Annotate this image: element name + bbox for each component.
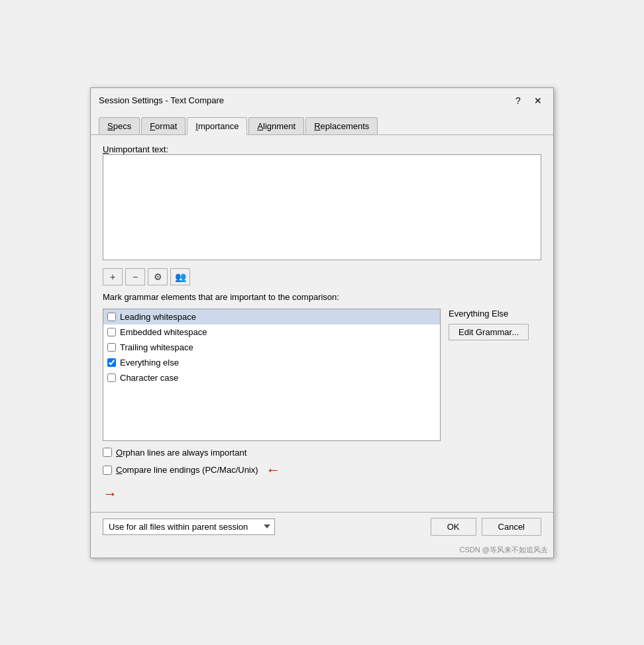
compare-line-endings-label: Compare line endings (PC/Mac/Unix) bbox=[116, 465, 258, 475]
leading-ws-label: Leading whitespace bbox=[120, 312, 196, 322]
cancel-button[interactable]: Cancel bbox=[482, 518, 541, 536]
dialog-title: Session Settings - Text Compare bbox=[99, 95, 224, 105]
orphan-lines-row: Orphan lines are always important bbox=[103, 448, 541, 458]
grammar-description: Mark grammar elements that are important… bbox=[103, 292, 541, 302]
session-settings-dialog: Session Settings - Text Compare ? ✕ Spec… bbox=[90, 87, 554, 558]
grammar-section: Leading whitespace Embedded whitespace T… bbox=[103, 309, 541, 441]
trailing-ws-label: Trailing whitespace bbox=[120, 342, 193, 352]
everything-else-section-label: Everything Else bbox=[449, 309, 508, 319]
tab-specs[interactable]: Specs bbox=[99, 117, 140, 134]
title-bar-left: Session Settings - Text Compare bbox=[99, 95, 224, 105]
compare-line-endings-row: Compare line endings (PC/Mac/Unix) bbox=[103, 465, 258, 475]
compare-line-endings-container: Compare line endings (PC/Mac/Unix) ← bbox=[103, 462, 541, 479]
settings-button[interactable]: ⚙ bbox=[148, 268, 168, 285]
ok-button[interactable]: OK bbox=[431, 518, 476, 536]
char-case-label: Character case bbox=[120, 373, 178, 383]
add-button[interactable]: + bbox=[103, 268, 123, 285]
close-button[interactable]: ✕ bbox=[531, 93, 545, 108]
tab-replacements[interactable]: Replacements bbox=[305, 117, 378, 134]
tab-format[interactable]: Format bbox=[141, 117, 186, 134]
everything-else-checkbox[interactable] bbox=[107, 358, 116, 367]
red-arrow-bottom-icon: → bbox=[103, 485, 117, 503]
gear-icon: ⚙ bbox=[154, 272, 162, 282]
orphan-lines-label: Orphan lines are always important bbox=[116, 448, 246, 458]
main-content: Unimportant text: + − ⚙ 👥 Mark grammar e… bbox=[91, 135, 553, 512]
orphan-lines-checkbox[interactable] bbox=[103, 448, 112, 457]
trailing-ws-checkbox[interactable] bbox=[107, 343, 116, 352]
tab-bar: Specs Format Importance Alignment Replac… bbox=[91, 113, 553, 135]
tab-alignment-label: Alignment bbox=[257, 121, 295, 131]
people-button[interactable]: 👥 bbox=[170, 268, 190, 285]
tab-specs-label: Specs bbox=[107, 121, 131, 131]
title-bar: Session Settings - Text Compare ? ✕ bbox=[91, 88, 553, 113]
grammar-list: Leading whitespace Embedded whitespace T… bbox=[103, 309, 440, 440]
grammar-item-trailing-ws[interactable]: Trailing whitespace bbox=[103, 340, 440, 355]
tab-alignment[interactable]: Alignment bbox=[248, 117, 304, 134]
people-icon: 👥 bbox=[175, 272, 186, 282]
unimportant-text-area[interactable] bbox=[103, 154, 541, 260]
help-button[interactable]: ? bbox=[511, 93, 525, 108]
tab-importance[interactable]: Importance bbox=[187, 117, 247, 135]
toolbar: + − ⚙ 👥 bbox=[103, 268, 541, 285]
compare-line-endings-checkbox[interactable] bbox=[103, 466, 112, 475]
embedded-ws-label: Embedded whitespace bbox=[120, 327, 207, 337]
tab-format-label: Format bbox=[150, 121, 177, 131]
red-arrow-left-icon: ← bbox=[266, 462, 281, 479]
grammar-item-char-case[interactable]: Character case bbox=[103, 370, 440, 385]
grammar-right-panel: Everything Else Edit Grammar... bbox=[449, 309, 541, 441]
grammar-list-container: Leading whitespace Embedded whitespace T… bbox=[103, 309, 441, 441]
char-case-checkbox[interactable] bbox=[107, 373, 116, 382]
leading-ws-checkbox[interactable] bbox=[107, 313, 116, 321]
unimportant-text-section: Unimportant text: bbox=[103, 144, 541, 260]
red-arrow-bottom-container: → bbox=[103, 485, 541, 503]
ok-cancel-buttons: OK Cancel bbox=[431, 518, 541, 536]
remove-button[interactable]: − bbox=[125, 268, 145, 285]
tab-importance-label: Importance bbox=[195, 121, 239, 131]
dropdown-container: Use for all files within parent session … bbox=[103, 519, 275, 535]
session-dropdown[interactable]: Use for all files within parent session … bbox=[103, 519, 275, 535]
tab-replacements-label: Replacements bbox=[314, 121, 369, 131]
bottom-section: Use for all files within parent session … bbox=[91, 512, 553, 544]
edit-grammar-button[interactable]: Edit Grammar... bbox=[449, 324, 529, 340]
watermark: CSDN @等风来不如追风去 bbox=[91, 544, 553, 558]
grammar-item-everything-else[interactable]: Everything else bbox=[103, 355, 440, 370]
grammar-item-leading-ws[interactable]: Leading whitespace bbox=[103, 309, 440, 324]
embedded-ws-checkbox[interactable] bbox=[107, 328, 116, 336]
title-bar-right: ? ✕ bbox=[511, 93, 545, 108]
unimportant-text-label: Unimportant text: bbox=[103, 144, 541, 154]
checkboxes-section: Orphan lines are always important Compar… bbox=[103, 448, 541, 479]
grammar-item-embedded-ws[interactable]: Embedded whitespace bbox=[103, 324, 440, 340]
everything-else-label: Everything else bbox=[120, 358, 179, 368]
